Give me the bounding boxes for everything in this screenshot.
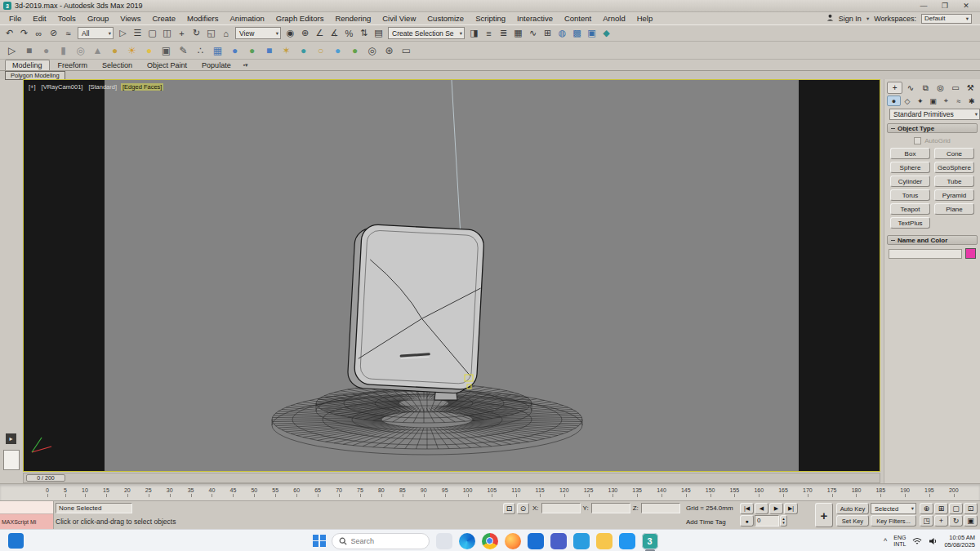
frame-spinner[interactable]: ▴ ▾ — [780, 515, 787, 527]
menu-customize[interactable]: Customize — [421, 14, 470, 23]
geometry-category-dropdown[interactable]: Standard Primitives ▾ — [889, 109, 980, 120]
torus-primitive-icon[interactable]: ◎ — [73, 42, 88, 58]
selection-tool-icon[interactable]: ▷ — [4, 42, 20, 58]
start-button[interactable] — [313, 535, 326, 548]
menu-animation[interactable]: Animation — [225, 14, 270, 23]
geometry-subtab[interactable]: ● — [887, 96, 901, 106]
add-time-tag-button[interactable]: Add Time Tag — [686, 518, 726, 526]
edit-named-selection-sets-button[interactable]: ▤ — [372, 26, 385, 40]
y-coordinate-field[interactable] — [591, 503, 630, 513]
play-button[interactable]: ▶ — [769, 503, 783, 514]
display-tab[interactable]: ▭ — [948, 82, 962, 94]
select-and-scale-button[interactable]: ◱ — [204, 26, 218, 40]
box-primitive-icon[interactable]: ■ — [21, 42, 37, 58]
auto-key-button[interactable]: Auto Key — [836, 503, 869, 514]
percent-snap-toggle[interactable]: % — [342, 26, 356, 40]
rectangular-selection-region-button[interactable]: ▢ — [145, 26, 159, 40]
menu-file[interactable]: File — [3, 14, 27, 23]
taskbar-search[interactable] — [332, 533, 430, 549]
zoom-extents-all-button[interactable]: ⊡ — [964, 503, 978, 514]
tab-object-paint[interactable]: Object Paint — [140, 60, 194, 70]
snaps-toggle[interactable]: ∠ — [313, 26, 327, 40]
reference-coordinate-dropdown[interactable]: View ▾ — [235, 27, 281, 39]
star-icon[interactable]: ✶ — [278, 42, 294, 58]
firefox-icon[interactable] — [504, 531, 522, 551]
menu-content[interactable]: Content — [559, 14, 597, 23]
menu-help[interactable]: Help — [631, 14, 659, 23]
polygon-modeling-panel[interactable]: Polygon Modeling — [5, 71, 65, 80]
use-pivot-point-center-button[interactable]: ◉ — [283, 26, 297, 40]
object-type-rollout-header[interactable]: Object Type — [887, 123, 978, 133]
viewport-layout-thumbnail[interactable] — [3, 450, 20, 470]
folder-icon[interactable] — [595, 531, 613, 551]
mirror-button[interactable]: ◨ — [467, 26, 481, 40]
tab-populate[interactable]: Populate — [195, 60, 238, 70]
primitive-button-sphere[interactable]: Sphere — [890, 162, 930, 173]
cameras-subtab[interactable]: ▣ — [927, 96, 939, 106]
workspace-dropdown[interactable]: Default ▾ — [921, 14, 972, 24]
zoom-extents-button[interactable]: ▢ — [949, 503, 963, 514]
cylinder-primitive-icon[interactable]: ▮ — [56, 42, 71, 58]
hidden-icons-chevron[interactable]: ^ — [884, 537, 887, 545]
monitor-icon[interactable]: ▭ — [399, 42, 414, 58]
menu-edit[interactable]: Edit — [27, 14, 51, 23]
camera-viewport[interactable]: [+][VRayCam001][Standard][Edged Faces] — [23, 79, 880, 472]
maximize-button[interactable]: ❐ — [934, 0, 956, 11]
drop-icon[interactable]: ● — [330, 42, 345, 58]
ribbon-overflow-button[interactable]: ▪▾ — [239, 60, 252, 70]
3ds-max-icon[interactable]: 3 — [641, 531, 659, 551]
shapes-subtab[interactable]: ◇ — [902, 96, 914, 106]
current-frame-field[interactable]: 0 — [755, 515, 779, 527]
pan-view-large-button[interactable]: + — [815, 503, 833, 527]
zoom-button[interactable]: ⊕ — [920, 503, 933, 514]
helpers-subtab[interactable]: ⌖ — [940, 96, 952, 106]
paint-icon[interactable]: ✎ — [176, 42, 191, 58]
edge-icon[interactable] — [458, 531, 476, 551]
viewport-menu-shading[interactable]: [Standard] — [87, 83, 118, 91]
go-to-start-button[interactable]: |◀ — [740, 503, 754, 514]
viewport-menu-pov[interactable]: [VRayCam001] — [40, 83, 85, 91]
x-coordinate-field[interactable] — [541, 503, 581, 513]
primitive-button-teapot[interactable]: Teapot — [890, 203, 930, 215]
light-icon[interactable]: ● — [141, 42, 157, 58]
zoom-region-button[interactable]: ◳ — [920, 515, 933, 527]
rendered-frame-window-button[interactable]: ▣ — [585, 26, 599, 40]
wifi-icon[interactable] — [912, 534, 922, 549]
selection-set-dropdown[interactable]: Selected ▾ — [871, 503, 916, 514]
maximize-viewport-toggle[interactable]: ▣ — [964, 515, 978, 527]
language-indicator[interactable]: ENG INTL — [893, 535, 906, 547]
primitive-button-geosphere[interactable]: GeoSphere — [934, 162, 974, 173]
primitive-button-plane[interactable]: Plane — [934, 203, 974, 215]
sphere-blue-icon[interactable]: ● — [227, 42, 243, 58]
select-and-manipulate-button[interactable]: ⊕ — [298, 26, 312, 40]
cube-blue-icon[interactable]: ■ — [261, 42, 277, 58]
lights-subtab[interactable]: ✦ — [914, 96, 926, 106]
target-icon[interactable]: ◎ — [364, 42, 380, 58]
volume-icon[interactable] — [929, 534, 938, 549]
select-and-move-button[interactable]: + — [175, 26, 189, 40]
hierarchy-tab[interactable]: ⧉ — [919, 82, 933, 94]
object-color-swatch[interactable] — [965, 248, 976, 259]
render-production-button[interactable]: ◆ — [599, 26, 613, 40]
angle-snap-toggle[interactable]: ∡ — [327, 26, 341, 40]
window-crossing-toggle[interactable]: ◫ — [160, 26, 174, 40]
unlink-selection-button[interactable]: ⊘ — [47, 26, 60, 40]
named-selection-sets-dropdown[interactable]: Create Selection Se ▾ — [388, 27, 465, 39]
select-and-link-button[interactable]: ∞ — [32, 26, 46, 40]
time-slider-track[interactable]: 0 / 200 — [23, 473, 880, 483]
close-button[interactable]: ✕ — [956, 0, 977, 11]
outlook-icon[interactable] — [527, 531, 545, 551]
go-to-end-button[interactable]: ▶| — [784, 503, 798, 514]
z-coordinate-field[interactable] — [641, 503, 680, 513]
key-mode-toggle[interactable]: ● — [740, 515, 754, 527]
vscode-icon[interactable] — [618, 531, 636, 551]
spinner-down-icon[interactable]: ▾ — [782, 521, 785, 525]
primitive-button-torus[interactable]: Torus — [890, 189, 930, 201]
menu-interactive[interactable]: Interactive — [511, 14, 559, 23]
macro-recorder-line[interactable] — [0, 501, 53, 514]
copilot-icon[interactable] — [435, 531, 453, 551]
leaf-icon[interactable]: ● — [347, 42, 363, 58]
select-object-button[interactable]: ▷ — [116, 26, 130, 40]
search-input[interactable] — [351, 537, 416, 545]
photos-icon[interactable] — [572, 531, 590, 551]
